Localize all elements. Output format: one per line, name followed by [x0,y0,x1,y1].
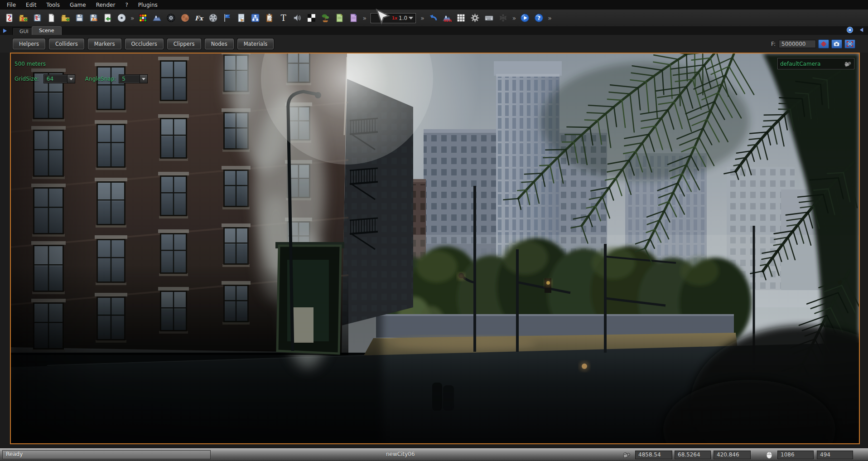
toolbar-overflow-icon[interactable]: » [417,15,428,22]
svg-text:Fx: Fx [195,15,204,22]
cd-export-icon[interactable] [116,13,127,24]
toolbar-overflow-icon[interactable]: » [127,15,138,22]
speed-value: 1.0 [399,15,407,21]
planet-icon[interactable] [180,13,191,24]
keyboard-icon[interactable] [484,13,495,24]
menu-edit[interactable]: Edit [21,0,41,10]
focus-selection-button[interactable] [818,39,829,49]
menu-game[interactable]: Game [65,0,91,10]
save-world-icon[interactable] [32,13,43,24]
terrain-icon[interactable] [152,13,163,24]
cursor-icon [373,9,392,28]
grid-controls: GridSize: 64 AngleSnap: 5 [14,74,148,83]
button-markers[interactable]: Markers [88,39,121,49]
camera-icon [844,60,852,68]
collapse-left-icon[interactable] [858,26,865,35]
camera-view-button[interactable] [831,39,842,49]
menu-render[interactable]: Render [91,0,121,10]
undo-icon[interactable] [428,13,439,24]
grid-size-label: GridSize: [14,76,39,82]
scene-name: newCity06 [386,451,415,457]
wheel-icon[interactable] [166,13,177,24]
fx-icon[interactable]: Fx [194,13,205,24]
mouse-icon [765,450,774,459]
speed-dropdown[interactable]: 1x 1.0 [371,13,416,23]
toolbar-overflow-icon[interactable]: » [359,15,370,22]
toolbar-run-group: ? [519,13,544,24]
grid-icon[interactable] [456,13,467,24]
purple-doc-icon[interactable] [348,13,359,24]
save-as-icon[interactable]: As [88,13,99,24]
toolbar-file-group: As [4,13,127,24]
button-colliders[interactable]: Colliders [49,39,84,49]
frame-field-input[interactable] [779,40,816,48]
menu-bar: File Edit Tools Game Render ? Plugins [0,0,868,10]
camera-x-field: 4858.54 [635,451,672,459]
script-icon[interactable] [236,13,247,24]
text-icon[interactable]: T [278,13,289,24]
scale-label: 500 meters [14,61,46,67]
camera-position-icon [622,450,632,459]
svg-text:T: T [281,13,286,23]
toolbar-overflow-icon[interactable]: » [509,15,520,22]
cursor-x-field: 1086 [777,451,814,459]
button-nodes[interactable]: Nodes [205,39,234,49]
import-icon[interactable] [102,13,113,24]
grid-size-dropdown[interactable]: 64 [43,74,75,83]
open-world-icon[interactable] [18,13,29,24]
grid-size-value: 64 [44,76,67,82]
status-message: Ready [2,450,211,459]
world-close-icon[interactable] [846,26,854,35]
menu-file[interactable]: File [2,0,21,10]
camera-selector[interactable]: defaultCamera [777,58,854,69]
category-ribbon: Helpers Colliders Markers Occluders Clip… [0,35,868,53]
menu-tools[interactable]: Tools [41,0,65,10]
checker-icon[interactable] [306,13,317,24]
button-clippers[interactable]: Clippers [167,39,201,49]
vegetation-icon[interactable] [320,13,331,24]
open-document-icon[interactable] [60,13,71,24]
new-world-icon[interactable] [4,13,14,24]
cursor-y-field: 494 [817,451,853,459]
snowflake-icon[interactable] [498,13,509,24]
maximize-viewport-button[interactable] [844,39,855,49]
gear-icon[interactable] [470,13,481,24]
svg-text:NEW: NEW [444,19,452,23]
chevron-down-icon[interactable] [67,75,75,83]
button-helpers[interactable]: Helpers [13,39,45,49]
svg-text:As: As [92,17,97,22]
angle-snap-value: 5 [119,76,140,82]
toolbar-overflow-icon[interactable]: » [544,15,555,22]
tab-scene[interactable]: Scene [32,26,62,35]
chevron-down-icon[interactable] [140,75,147,83]
play-icon[interactable] [519,13,530,24]
button-materials[interactable]: Materials [237,39,274,49]
toolbar-edit-group: NEW [428,13,509,24]
camera-y-field: 68.5264 [675,451,711,459]
sound-icon[interactable] [292,13,303,24]
terrain-new-icon[interactable]: NEW [442,13,453,24]
camera-z-field: 420.846 [714,451,751,459]
menu-plugins[interactable]: Plugins [133,0,163,10]
frame-field-label: F: [771,41,776,47]
tab-bar: GUI Scene [0,26,868,35]
button-occluders[interactable]: Occluders [125,39,164,49]
green-doc-icon[interactable] [334,13,345,24]
status-bar: Ready newCity06 4858.54 68.5264 420.846 … [0,448,868,461]
menu-help[interactable]: ? [120,0,133,10]
panel-expand-icon[interactable] [1,27,9,34]
angle-snap-label: AngleSnap: [85,76,116,82]
speed-badge: 1x [392,16,397,20]
3d-viewport[interactable]: 500 meters GridSize: 64 AngleSnap: 5 def… [10,53,860,444]
new-document-icon[interactable] [46,13,57,24]
main-toolbar: As » FxT » 1x 1.0 » NEW » ? » [0,10,868,26]
flag-icon[interactable] [222,13,233,24]
save-icon[interactable] [74,13,85,24]
angle-snap-dropdown[interactable]: 5 [119,74,148,83]
reel-icon[interactable] [208,13,219,24]
rubiks-cube-icon[interactable] [138,13,149,24]
help-icon[interactable]: ? [533,13,544,24]
clipboard-icon[interactable] [264,13,275,24]
hierarchy-icon[interactable] [250,13,261,24]
svg-text:?: ? [537,15,540,21]
